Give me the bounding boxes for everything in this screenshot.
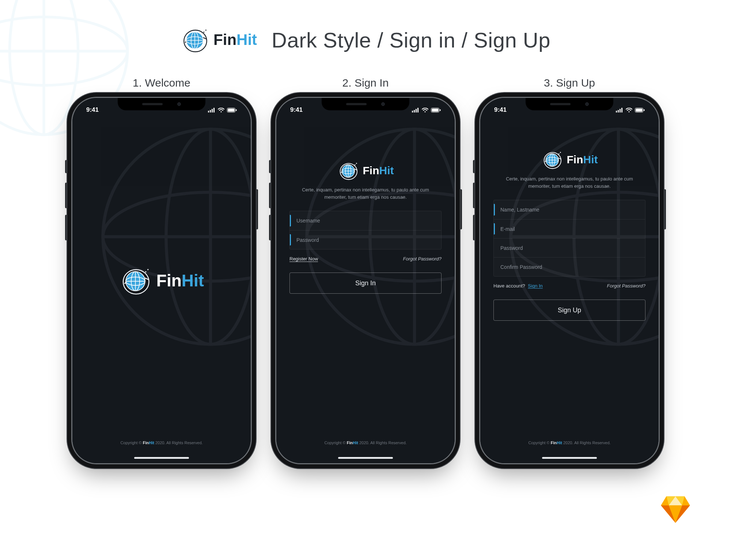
- battery-icon: [227, 108, 237, 113]
- svg-point-50: [356, 163, 357, 164]
- wifi-icon: [422, 108, 428, 113]
- password-placeholder: Password: [296, 237, 319, 243]
- svg-rect-43: [417, 108, 418, 113]
- home-indicator: [134, 457, 189, 459]
- status-time: 9:41: [290, 106, 303, 114]
- volume-down: [65, 215, 67, 240]
- sketch-diamond-icon: [660, 496, 691, 523]
- confirm-password-field[interactable]: Confirm Password: [494, 257, 645, 276]
- page-title: Dark Style / Sign in / Sign Up: [272, 28, 550, 52]
- signup-column: 3. Sign Up 9:41: [480, 77, 659, 463]
- phone-mockups-row: 1. Welcome: [0, 77, 731, 463]
- signup-content: FinHit Certe, inquam, pertinax non intel…: [480, 98, 659, 463]
- signin-tagline: Certe, inquam, pertinax non intellegamus…: [292, 186, 439, 201]
- svg-rect-42: [416, 109, 417, 113]
- signin-label: 2. Sign In: [342, 77, 389, 89]
- signin-content: FinHit Certe, inquam, pertinax non intel…: [276, 98, 455, 463]
- confirm-password-placeholder: Confirm Password: [500, 264, 542, 270]
- brand-logo-signup: FinHit: [541, 149, 598, 170]
- svg-rect-24: [228, 108, 234, 111]
- globe-icon: [181, 26, 211, 54]
- signup-screen: 9:41: [480, 98, 659, 463]
- phone-signin: 9:41: [276, 98, 455, 463]
- forgot-password-link[interactable]: Forgot Password?: [403, 256, 442, 262]
- signup-links-row: Have account? Sign In Forgot Password?: [493, 283, 645, 289]
- svg-point-22: [220, 111, 221, 112]
- signal-icon: [208, 108, 215, 113]
- svg-point-71: [558, 153, 559, 155]
- svg-rect-65: [621, 108, 622, 113]
- svg-point-28: [147, 269, 149, 270]
- brand-logo-header: FinHit: [181, 26, 257, 54]
- brand-wordmark: FinHit: [363, 164, 394, 177]
- svg-point-7: [205, 30, 207, 31]
- copyright-line: Copyright © FinHit 2020. All Rights Rese…: [480, 441, 659, 445]
- volume-up: [65, 183, 67, 208]
- signin-column: 2. Sign In 9:41: [276, 77, 455, 463]
- brand-logo-splash: FinHit: [119, 264, 204, 297]
- signin-screen: 9:41: [276, 98, 455, 463]
- status-bar: 9:41: [276, 104, 455, 115]
- volume-down: [473, 215, 475, 240]
- mute-switch: [473, 160, 475, 173]
- copyright-line: Copyright © FinHit 2020. All Rights Rese…: [72, 441, 251, 445]
- svg-point-6: [203, 31, 204, 33]
- welcome-screen: 9:41: [72, 98, 251, 463]
- signal-icon: [616, 108, 623, 113]
- signup-label: 3. Sign Up: [544, 77, 595, 89]
- volume-up: [473, 183, 475, 208]
- svg-rect-68: [636, 108, 642, 111]
- home-indicator: [338, 457, 393, 459]
- signin-links-row: Register Now Forgot Password?: [289, 256, 442, 262]
- svg-point-72: [560, 152, 561, 153]
- signin-button[interactable]: Sign In: [289, 273, 442, 294]
- brand-wordmark: FinHit: [567, 153, 598, 166]
- brand-wordmark: FinHit: [156, 271, 204, 290]
- volume-up: [269, 183, 271, 208]
- welcome-column: 1. Welcome: [72, 77, 251, 463]
- svg-point-49: [354, 164, 355, 165]
- svg-point-66: [628, 111, 629, 112]
- mute-switch: [269, 160, 271, 173]
- wifi-icon: [626, 108, 632, 113]
- svg-rect-41: [414, 110, 415, 113]
- svg-rect-20: [212, 109, 213, 113]
- forgot-password-link[interactable]: Forgot Password?: [607, 283, 646, 289]
- brand-wordmark: FinHit: [213, 31, 257, 49]
- wifi-icon: [218, 108, 224, 113]
- signin-link[interactable]: Sign In: [528, 283, 542, 289]
- welcome-content: FinHit: [72, 98, 251, 463]
- signup-tagline: Certe, inquam, pertinax non intellegamus…: [496, 175, 643, 190]
- brand-logo-signin: FinHit: [337, 160, 394, 181]
- battery-icon: [635, 108, 645, 113]
- phone-signup: 9:41: [480, 98, 659, 463]
- welcome-label: 1. Welcome: [133, 77, 190, 89]
- signup-form: Name, Lastname E-mail Password Confirm P…: [493, 200, 645, 277]
- power-button: [460, 189, 462, 229]
- password-placeholder: Password: [500, 245, 523, 251]
- svg-rect-19: [210, 110, 211, 113]
- register-now-link[interactable]: Register Now: [289, 256, 318, 262]
- globe-icon: [119, 264, 154, 297]
- status-bar: 9:41: [480, 104, 659, 115]
- copyright-line: Copyright © FinHit 2020. All Rights Rese…: [276, 441, 455, 445]
- password-field[interactable]: Password: [494, 238, 645, 257]
- page-header: FinHit Dark Style / Sign in / Sign Up: [0, 26, 731, 54]
- svg-point-44: [424, 111, 425, 112]
- username-field[interactable]: Username: [290, 211, 441, 230]
- password-field[interactable]: Password: [290, 230, 441, 249]
- signal-icon: [412, 108, 419, 113]
- signup-button[interactable]: Sign Up: [493, 300, 645, 321]
- home-indicator: [542, 457, 597, 459]
- svg-rect-21: [213, 108, 215, 113]
- globe-icon: [337, 160, 361, 181]
- svg-rect-46: [432, 108, 438, 111]
- email-field[interactable]: E-mail: [494, 219, 645, 238]
- mute-switch: [65, 160, 67, 173]
- name-field[interactable]: Name, Lastname: [494, 200, 645, 219]
- svg-rect-40: [412, 111, 413, 113]
- svg-rect-63: [618, 110, 619, 113]
- svg-point-27: [145, 271, 147, 273]
- signin-form: Username Password: [289, 211, 442, 249]
- globe-icon: [541, 149, 565, 170]
